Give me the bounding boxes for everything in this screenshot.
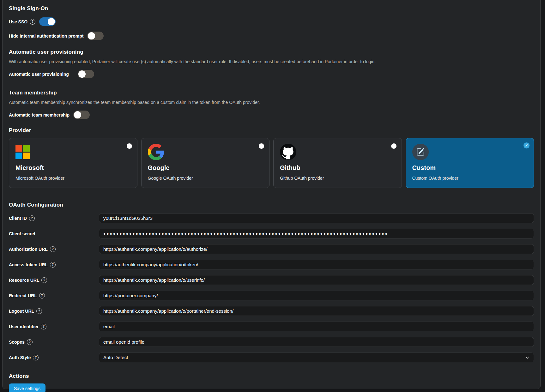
radio-unselected-icon[interactable] <box>391 143 397 149</box>
hide-prompt-label-text: Hide internal authentication prompt <box>9 33 83 39</box>
auth-style-selected-value: Auto Detect <box>103 355 128 360</box>
logout-url-label-text: Logout URL <box>9 309 34 314</box>
settings-panel: Single Sign-On Use SSO ? Hide internal a… <box>2 0 541 389</box>
form-row-scopes: Scopes ? <box>9 337 534 347</box>
oauth-section-title: OAuth Configuration <box>9 202 534 208</box>
resource-url-label-text: Resource URL <box>9 278 39 283</box>
form-row-client-secret: Client secret <box>9 229 534 238</box>
access-token-url-label: Access token URL ? <box>9 262 99 268</box>
hide-prompt-row: Hide internal authentication prompt <box>9 32 534 40</box>
provider-card-subtitle: Github OAuth provider <box>280 176 395 181</box>
use-sso-toggle[interactable] <box>39 17 56 26</box>
help-icon[interactable]: ? <box>33 355 39 360</box>
form-row-client-id: Client ID ? <box>9 213 534 223</box>
redirect-url-label: Redirect URL ? <box>9 293 99 299</box>
github-logo-icon <box>280 144 395 160</box>
provider-card-title: Custom <box>412 164 528 172</box>
authorization-url-input[interactable] <box>99 244 534 254</box>
user-identifier-input[interactable] <box>99 322 534 331</box>
help-icon[interactable]: ? <box>41 277 47 283</box>
save-settings-button[interactable]: Save settings <box>9 383 45 392</box>
client-id-input[interactable] <box>99 213 534 223</box>
provider-card-microsoft[interactable]: Microsoft Microsoft OAuth provider <box>9 138 137 188</box>
access-token-url-input[interactable] <box>99 260 534 269</box>
use-sso-row: Use SSO ? <box>9 17 534 26</box>
provider-card-google[interactable]: Google Google OAuth provider <box>141 138 270 188</box>
hide-prompt-toggle[interactable] <box>87 32 104 40</box>
provider-card-custom[interactable]: ✓ Custom Custom OAuth provider <box>406 138 534 188</box>
help-icon[interactable]: ? <box>50 246 56 252</box>
custom-edit-icon <box>412 144 528 160</box>
authorization-url-label: Authorization URL ? <box>9 246 99 252</box>
auth-style-label-text: Auth Style <box>9 355 31 360</box>
redirect-url-input[interactable] <box>99 291 534 300</box>
team-description: Automatic team membership synchronizes t… <box>9 100 534 105</box>
provisioning-row: Automatic user provisioning <box>9 70 534 78</box>
toggle-knob <box>74 111 81 118</box>
client-secret-label-text: Client secret <box>9 231 35 236</box>
user-identifier-label: User identifier ? <box>9 324 99 329</box>
client-id-label: Client ID ? <box>9 215 99 221</box>
toggle-knob <box>78 70 86 78</box>
google-logo-icon <box>148 144 263 160</box>
auth-style-select[interactable]: Auto Detect <box>99 353 534 362</box>
microsoft-logo-icon <box>15 144 131 160</box>
team-toggle[interactable] <box>73 111 90 119</box>
provider-card-title: Github <box>280 164 395 172</box>
provider-card-github[interactable]: Github Github OAuth provider <box>273 138 402 188</box>
provider-card-title: Microsoft <box>15 164 131 172</box>
hide-prompt-label: Hide internal authentication prompt <box>9 33 83 39</box>
redirect-url-label-text: Redirect URL <box>9 293 37 298</box>
use-sso-label-text: Use SSO <box>9 19 27 24</box>
chevron-down-icon <box>525 355 530 360</box>
logout-url-label: Logout URL ? <box>9 308 99 314</box>
team-section-title: Team membership <box>9 90 534 96</box>
sso-section-title: Single Sign-On <box>9 5 534 12</box>
help-icon[interactable]: ? <box>41 324 46 329</box>
form-row-redirect-url: Redirect URL ? <box>9 291 534 300</box>
auth-style-label: Auth Style ? <box>9 355 99 360</box>
provisioning-toggle[interactable] <box>78 70 94 78</box>
provider-cards: Microsoft Microsoft OAuth provider Googl… <box>9 138 534 188</box>
oauth-form: Client ID ? Client secret Authorization … <box>9 213 534 362</box>
resource-url-input[interactable] <box>99 275 534 285</box>
scopes-label-text: Scopes <box>9 340 25 345</box>
help-icon[interactable]: ? <box>29 215 35 221</box>
client-id-label-text: Client ID <box>9 216 27 221</box>
provisioning-label-text: Automatic user provisioning <box>9 72 69 77</box>
use-sso-label: Use SSO ? <box>9 19 35 25</box>
help-icon[interactable]: ? <box>39 293 45 299</box>
form-row-access-token-url: Access token URL ? <box>9 260 534 269</box>
team-label-text: Automatic team membership <box>9 112 70 118</box>
form-row-user-identifier: User identifier ? <box>9 322 534 331</box>
provisioning-description: With automatic user provisioning enabled… <box>9 59 534 64</box>
help-icon[interactable]: ? <box>50 262 56 268</box>
radio-unselected-icon[interactable] <box>127 143 132 149</box>
form-row-auth-style: Auth Style ? Auto Detect <box>9 353 534 362</box>
client-secret-label: Client secret <box>9 231 99 236</box>
provider-card-subtitle: Microsoft OAuth provider <box>15 176 131 181</box>
radio-unselected-icon[interactable] <box>259 143 264 149</box>
team-label: Automatic team membership <box>9 112 70 118</box>
logout-url-input[interactable] <box>99 306 534 316</box>
provisioning-section-title: Automatic user provisioning <box>9 49 534 55</box>
client-secret-input[interactable] <box>99 229 534 238</box>
scopes-input[interactable] <box>99 337 534 347</box>
provider-card-subtitle: Custom OAuth provider <box>412 176 528 181</box>
help-icon[interactable]: ? <box>27 339 33 345</box>
help-icon[interactable]: ? <box>36 308 42 314</box>
authorization-url-label-text: Authorization URL <box>9 247 48 252</box>
scopes-label: Scopes ? <box>9 339 99 345</box>
form-row-authorization-url: Authorization URL ? <box>9 244 534 254</box>
provisioning-label: Automatic user provisioning <box>9 72 69 77</box>
provider-card-title: Google <box>148 164 263 172</box>
toggle-knob <box>88 32 95 39</box>
form-row-logout-url: Logout URL ? <box>9 306 534 316</box>
actions-section-title: Actions <box>9 373 534 379</box>
provider-section-title: Provider <box>9 127 534 134</box>
selected-check-icon: ✓ <box>524 142 530 148</box>
team-row: Automatic team membership <box>9 111 534 119</box>
toggle-knob <box>48 18 55 25</box>
resource-url-label: Resource URL ? <box>9 277 99 283</box>
help-icon[interactable]: ? <box>30 19 35 25</box>
